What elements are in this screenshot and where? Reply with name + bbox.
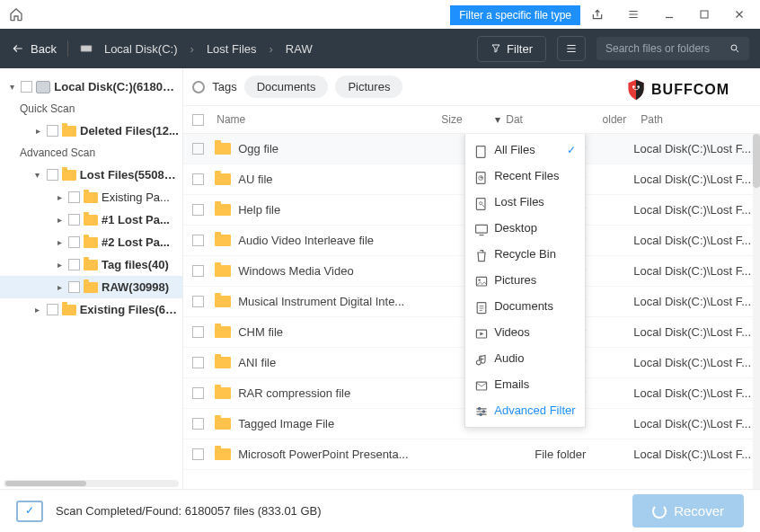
file-path: Local Disk(C:)\Lost F...: [633, 142, 751, 155]
tag-pictures[interactable]: Pictures: [335, 75, 402, 98]
svg-point-18: [480, 413, 482, 415]
chevron-down-icon[interactable]: ▾: [32, 170, 43, 180]
chevron-right-icon[interactable]: ▸: [54, 215, 65, 225]
svg-point-17: [482, 410, 484, 412]
view-list-button[interactable]: [557, 36, 586, 61]
checkbox[interactable]: [47, 304, 58, 315]
scan-complete-icon: [16, 501, 43, 522]
svg-point-12: [479, 279, 481, 280]
tree-deleted-files[interactable]: ▸ Deleted Files(12...: [0, 120, 182, 142]
close-icon[interactable]: [728, 4, 751, 24]
filter-item-all-files[interactable]: All Files✓: [465, 137, 585, 163]
col-path[interactable]: Path: [641, 113, 751, 126]
scrollbar-thumb[interactable]: [753, 134, 760, 188]
file-path: Local Disk(C:)\Lost F...: [633, 356, 751, 369]
checkbox[interactable]: [68, 236, 80, 248]
menu-icon[interactable]: [622, 4, 645, 24]
checkbox[interactable]: [47, 169, 58, 181]
chevron-right-icon[interactable]: ▸: [32, 305, 43, 315]
col-date[interactable]: Dat: [506, 113, 551, 126]
menu-item-icon: [474, 352, 487, 365]
tree-raw[interactable]: ▸ RAW(30998): [0, 276, 182, 298]
recover-icon: [652, 504, 667, 519]
tag-documents[interactable]: Documents: [244, 75, 329, 98]
filter-item-recycle-bin[interactable]: Recycle Bin: [465, 241, 585, 267]
select-all-checkbox[interactable]: [192, 114, 204, 126]
checkbox[interactable]: [68, 281, 80, 293]
checkbox[interactable]: [68, 214, 80, 226]
menu-item-icon: [474, 170, 487, 182]
filter-advanced[interactable]: Advanced Filter: [465, 397, 585, 423]
tree-label: #1 Lost Pa...: [102, 213, 170, 226]
maximize-icon[interactable]: [694, 5, 715, 23]
checkbox[interactable]: [192, 357, 204, 368]
filter-item-videos[interactable]: Videos: [465, 319, 585, 345]
folder-icon: [84, 192, 98, 203]
breadcrumb-2[interactable]: RAW: [286, 42, 313, 56]
tree-root[interactable]: ▾ Local Disk(C:)(6180057): [0, 75, 182, 98]
checkbox[interactable]: [192, 296, 204, 307]
share-icon[interactable]: [586, 4, 609, 24]
tree-existing-pa[interactable]: ▸ Existing Pa...: [0, 186, 182, 208]
menu-item-label: Recycle Bin: [494, 247, 556, 261]
horizontal-scrollbar[interactable]: [4, 480, 179, 487]
tree-lost-pa-1[interactable]: ▸ #1 Lost Pa...: [0, 208, 182, 231]
check-icon: ✓: [567, 144, 576, 156]
search-input[interactable]: [605, 42, 722, 55]
checkbox[interactable]: [21, 81, 32, 93]
checkbox[interactable]: [192, 204, 204, 216]
folder-icon: [215, 143, 231, 155]
tree-lost-pa-2[interactable]: ▸ #2 Lost Pa...: [0, 231, 182, 253]
checkbox[interactable]: [192, 387, 204, 399]
filter-item-lost-files[interactable]: Lost Files: [465, 189, 585, 215]
minimize-icon[interactable]: [658, 4, 681, 24]
tree-existing-files[interactable]: ▸ Existing Files(65...: [0, 298, 182, 321]
filter-button[interactable]: Filter: [477, 36, 546, 62]
filter-item-documents[interactable]: Documents: [465, 293, 585, 319]
filter-item-recent-files[interactable]: Recent Files: [465, 163, 585, 189]
vertical-scrollbar[interactable]: [753, 134, 760, 489]
checkbox[interactable]: [192, 265, 204, 277]
breadcrumb-1[interactable]: Lost Files: [207, 42, 257, 56]
search-box[interactable]: [597, 37, 749, 60]
checkbox[interactable]: [47, 125, 58, 137]
home-icon[interactable]: [9, 7, 23, 22]
filter-item-pictures[interactable]: Pictures: [465, 267, 585, 293]
checkbox[interactable]: [68, 259, 80, 270]
file-path: Local Disk(C:)\Lost F...: [633, 264, 751, 278]
file-list: Ogg fileFile folderLocal Disk(C:)\Lost F…: [183, 134, 760, 489]
tree-lost-files[interactable]: ▾ Lost Files(55084...: [0, 164, 182, 186]
checkbox[interactable]: [192, 418, 204, 430]
tree-label: #2 Lost Pa...: [102, 235, 170, 249]
file-row[interactable]: Microsoft PowerPoint Presenta...File fol…: [183, 439, 760, 470]
chevron-right-icon[interactable]: ▸: [54, 260, 65, 270]
breadcrumb-0[interactable]: Local Disk(C:): [104, 42, 178, 56]
checkbox[interactable]: [192, 326, 204, 338]
chevron-right-icon[interactable]: ▸: [32, 126, 43, 136]
col-size[interactable]: Size: [441, 113, 495, 126]
chevron-down-icon[interactable]: ▾: [7, 82, 17, 92]
checkbox[interactable]: [192, 448, 204, 460]
tree-tag-files[interactable]: ▸ Tag files(40): [0, 253, 182, 276]
checkbox[interactable]: [192, 173, 204, 185]
chevron-right-icon[interactable]: ▸: [54, 282, 65, 292]
search-icon[interactable]: [729, 42, 740, 55]
checkbox[interactable]: [192, 143, 204, 155]
brand-logo: BUFFCOM: [626, 79, 729, 101]
checkbox[interactable]: [192, 235, 204, 246]
back-button[interactable]: Back: [11, 42, 57, 56]
title-bar: Filter a specific file type: [0, 0, 760, 29]
col-name[interactable]: Name: [217, 113, 441, 126]
checkbox[interactable]: [68, 191, 80, 203]
chevron-right-icon[interactable]: ▸: [54, 192, 65, 202]
filter-item-desktop[interactable]: Desktop: [465, 215, 585, 241]
menu-item-icon: [474, 274, 487, 287]
scrollbar-thumb[interactable]: [5, 481, 86, 486]
filter-item-emails[interactable]: Emails: [465, 371, 585, 397]
folder-icon: [62, 305, 76, 315]
filter-item-audio[interactable]: Audio: [465, 345, 585, 371]
menu-item-icon: [474, 326, 487, 339]
chevron-right-icon[interactable]: ▸: [54, 237, 65, 247]
recover-button[interactable]: Recover: [632, 494, 744, 528]
folder-icon: [215, 448, 231, 460]
